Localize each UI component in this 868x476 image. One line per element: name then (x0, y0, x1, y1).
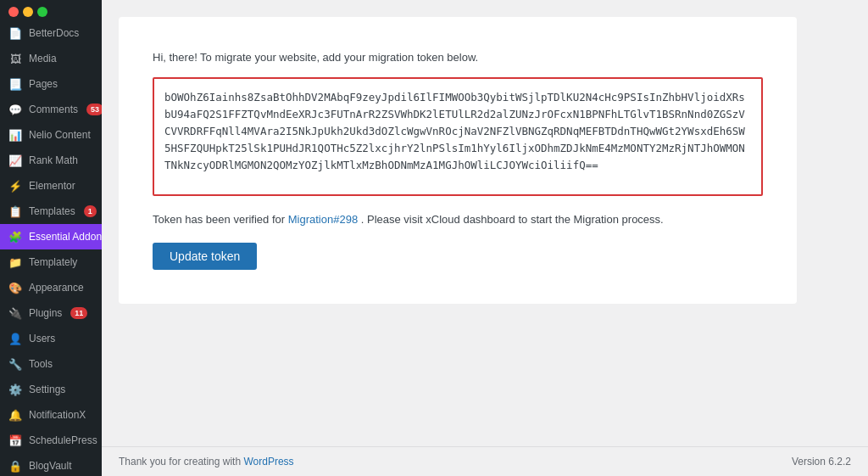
sidebar-item-betterdocs[interactable]: 📄 BetterDocs (0, 20, 102, 46)
tools-icon: 🔧 (8, 357, 22, 371)
sidebar-item-settings[interactable]: ⚙️ Settings (0, 377, 102, 402)
traffic-light-green[interactable] (37, 7, 47, 17)
plugins-icon: 🔌 (8, 306, 22, 320)
rankmath-icon: 📈 (8, 154, 22, 167)
templately-icon: 📁 (8, 255, 22, 269)
nelio-icon: 📊 (8, 128, 22, 142)
main-content: Hi, there! To migrate your website, add … (102, 0, 868, 476)
sidebar-item-templates[interactable]: 📋 Templates 1 (0, 199, 102, 224)
migration-link[interactable]: Migration#298 (288, 213, 358, 226)
sidebar-item-essential-addons[interactable]: 🧩 Essential Addons (0, 224, 102, 249)
wordpress-link[interactable]: WordPress (243, 456, 293, 468)
sidebar-item-rank-math[interactable]: 📈 Rank Math (0, 148, 102, 173)
sidebar-item-comments[interactable]: 💬 Comments 53 (0, 97, 102, 122)
sidebar-item-label: Appearance (29, 282, 84, 294)
elementor-icon: ⚡ (8, 179, 22, 193)
sidebar-item-label: Plugins (29, 307, 62, 319)
sidebar-item-label: SchedulePress (29, 434, 97, 446)
sidebar-item-blogvault[interactable]: 🔒 BlogVault (0, 453, 102, 476)
comments-icon: 💬 (8, 103, 22, 116)
sidebar-item-label: Pages (29, 78, 58, 90)
traffic-lights (0, 0, 102, 20)
plugins-badge: 11 (70, 307, 87, 320)
migration-card: Hi, there! To migrate your website, add … (119, 17, 797, 304)
verified-text: Token has been verified for Migration#29… (153, 213, 763, 226)
sidebar-item-templately[interactable]: 📁 Templately (0, 249, 102, 275)
comments-badge: 53 (86, 104, 102, 116)
traffic-light-yellow[interactable] (23, 7, 33, 17)
essential-addons-icon: 🧩 (8, 230, 22, 244)
sidebar-item-appearance[interactable]: 🎨 Appearance (0, 275, 102, 300)
notificationx-icon: 🔔 (8, 408, 22, 422)
media-icon: 🖼 (8, 52, 22, 65)
sidebar-item-label: Templates (29, 205, 75, 217)
templates-icon: 📋 (8, 204, 22, 218)
sidebar-item-plugins[interactable]: 🔌 Plugins 11 (0, 300, 102, 326)
traffic-light-red[interactable] (8, 7, 19, 17)
footer-thanks: Thank you for creating with WordPress (119, 456, 294, 468)
sidebar-item-label: Tools (29, 358, 53, 370)
appearance-icon: 🎨 (8, 281, 22, 294)
templates-badge: 1 (84, 205, 97, 218)
footer-thanks-text: Thank you for creating with (119, 456, 241, 468)
sidebar-item-label: BetterDocs (29, 27, 79, 39)
sidebar-item-label: Users (29, 333, 55, 344)
token-input[interactable] (153, 77, 763, 196)
sidebar-item-nelio-content[interactable]: 📊 Nelio Content (0, 122, 102, 148)
sidebar-item-label: Nelio Content (29, 129, 91, 141)
sidebar-item-schedulepress[interactable]: 📅 SchedulePress (0, 428, 102, 453)
schedulepress-icon: 📅 (8, 434, 22, 447)
betterdocs-icon: 📄 (8, 26, 22, 40)
update-token-button[interactable]: Update token (153, 243, 257, 270)
sidebar-item-tools[interactable]: 🔧 Tools (0, 351, 102, 377)
pages-icon: 📃 (8, 77, 22, 91)
sidebar-item-elementor[interactable]: ⚡ Elementor (0, 173, 102, 199)
sidebar-item-label: Comments (29, 104, 78, 115)
sidebar-item-label: NotificationX (29, 409, 86, 421)
footer: Thank you for creating with WordPress Ve… (102, 446, 868, 476)
sidebar-item-media[interactable]: 🖼 Media (0, 46, 102, 71)
sidebar-item-label: Media (29, 53, 57, 64)
sidebar-item-label: BlogVault (29, 460, 71, 472)
footer-version: Version 6.2.2 (792, 456, 851, 468)
sidebar-item-pages[interactable]: 📃 Pages (0, 71, 102, 97)
sidebar-item-label: Rank Math (29, 154, 78, 166)
blogvault-icon: 🔒 (8, 459, 22, 473)
users-icon: 👤 (8, 332, 22, 345)
sidebar-item-label: Elementor (29, 180, 75, 192)
hint-text: Hi, there! To migrate your website, add … (153, 51, 763, 64)
sidebar-item-label: Settings (29, 384, 65, 395)
sidebar-item-label: Essential Addons (29, 231, 102, 243)
sidebar: 📄 BetterDocs 🖼 Media 📃 Pages 💬 Comments … (0, 0, 102, 476)
sidebar-item-label: Templately (29, 256, 77, 268)
content-area: Hi, there! To migrate your website, add … (102, 0, 868, 446)
sidebar-item-notificationx[interactable]: 🔔 NotificationX (0, 402, 102, 428)
settings-icon: ⚙️ (8, 383, 22, 396)
sidebar-item-users[interactable]: 👤 Users (0, 326, 102, 351)
